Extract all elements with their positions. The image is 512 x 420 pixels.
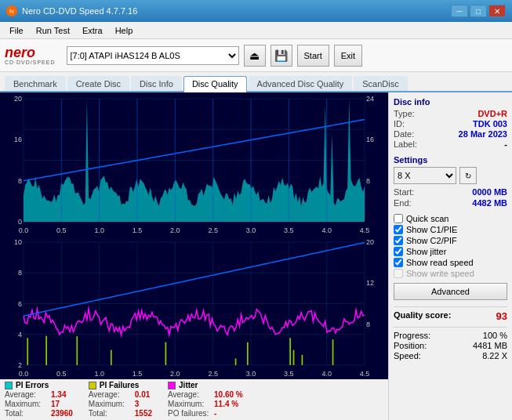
start-mb-row: Start: 0000 MB <box>394 187 507 197</box>
start-button[interactable]: Start <box>297 45 329 67</box>
menu-run-test[interactable]: Run Test <box>30 24 76 37</box>
tab-disc-info[interactable]: Disc Info <box>131 76 182 91</box>
show-write-speed-row: Show write speed <box>394 269 507 278</box>
menu-bar: File Run Test Extra Help <box>0 22 512 39</box>
quick-scan-row: Quick scan <box>394 214 507 223</box>
pi-failures-color <box>89 382 96 389</box>
speed-row: 8 X ↻ <box>394 167 507 184</box>
speed-label: Speed: <box>394 351 421 360</box>
speed-value: 8.22 X <box>482 351 507 360</box>
show-jitter-label: Show jitter <box>406 247 446 256</box>
disc-type-value: DVD+R <box>478 109 507 118</box>
disc-date-row: Date: 28 Mar 2023 <box>394 129 507 139</box>
disc-date-value: 28 Mar 2023 <box>459 129 507 139</box>
speed-selector[interactable]: 8 X <box>394 167 456 184</box>
disc-info-title: Disc info <box>394 97 507 107</box>
pi-errors-total: Total: 23960 <box>5 409 73 418</box>
jitter-legend: Jitter Average: 10.60 % Maximum: 11.4 % … <box>168 381 243 418</box>
disc-date-label: Date: <box>394 129 414 139</box>
show-write-speed-checkbox[interactable] <box>394 269 403 278</box>
start-label: Start: <box>394 187 414 197</box>
speed-row-progress: Speed: 8.22 X <box>394 351 507 360</box>
show-read-speed-label: Show read speed <box>406 258 474 267</box>
title-bar-left: N Nero CD-DVD Speed 4.7.7.16 <box>6 5 137 16</box>
pi-errors-average: Average: 1.34 <box>5 390 73 399</box>
end-label: End: <box>394 198 412 208</box>
bottom-chart-container <box>0 236 388 379</box>
show-c2-row: Show C2/PIF <box>394 236 507 245</box>
show-c1-pie-label: Show C1/PIE <box>406 225 457 234</box>
show-read-speed-row: Show read speed <box>394 258 507 267</box>
tab-scan-disc[interactable]: ScanDisc <box>354 76 407 91</box>
pi-failures-total: Total: 1552 <box>89 409 152 418</box>
menu-help[interactable]: Help <box>109 24 140 37</box>
nero-logo-sub: CD·DVD/SPEED <box>5 60 56 65</box>
jitter-po: PO failures: - <box>168 409 243 418</box>
pi-errors-maximum: Maximum: 17 <box>5 400 73 408</box>
toolbar: nero CD·DVD/SPEED [7:0] ATAPI iHAS124 B … <box>0 39 512 72</box>
minimize-button[interactable]: ─ <box>451 5 468 17</box>
advanced-button[interactable]: Advanced <box>394 283 507 300</box>
quick-scan-checkbox[interactable] <box>394 214 403 223</box>
show-c1-pie-checkbox[interactable] <box>394 225 403 234</box>
start-value: 0000 MB <box>472 187 507 197</box>
nero-logo-text: nero <box>5 45 56 60</box>
disc-type-label: Type: <box>394 109 415 118</box>
pi-failures-maximum: Maximum: 3 <box>89 400 152 408</box>
refresh-button[interactable]: ↻ <box>459 167 477 184</box>
end-value: 4482 MB <box>472 198 507 208</box>
tab-benchmark[interactable]: Benchmark <box>5 76 66 91</box>
show-c2-pif-checkbox[interactable] <box>394 236 403 245</box>
show-jitter-checkbox[interactable] <box>394 247 403 256</box>
top-chart-container <box>0 92 388 236</box>
position-label: Position: <box>394 341 427 350</box>
position-value: 4481 MB <box>473 341 507 350</box>
settings-title: Settings <box>394 155 507 165</box>
bottom-chart <box>0 236 388 379</box>
tab-disc-quality[interactable]: Disc Quality <box>183 76 247 92</box>
jitter-color <box>168 382 176 389</box>
disc-label-value: - <box>504 139 507 149</box>
show-c2-pif-label: Show C2/PIF <box>406 236 457 245</box>
pi-failures-title: PI Failures <box>89 381 152 389</box>
tab-create-disc[interactable]: Create Disc <box>67 76 129 91</box>
show-write-speed-label: Show write speed <box>406 269 474 278</box>
jitter-maximum: Maximum: 11.4 % <box>168 400 243 408</box>
legend-area: PI Errors Average: 1.34 Maximum: 17 Tota… <box>0 378 388 420</box>
disc-label-label: Label: <box>394 139 417 149</box>
drive-selector[interactable]: [7:0] ATAPI iHAS124 B AL0S <box>67 46 239 65</box>
menu-file[interactable]: File <box>3 24 30 37</box>
eject-button[interactable]: ⏏ <box>244 45 266 67</box>
charts-panel: PI Errors Average: 1.34 Maximum: 17 Tota… <box>0 92 388 420</box>
quality-value: 93 <box>496 310 507 322</box>
disc-info-section: Disc info Type: DVD+R ID: TDK 003 Date: … <box>394 97 507 149</box>
disc-id-value: TDK 003 <box>473 119 507 129</box>
maximize-button[interactable]: □ <box>470 5 487 17</box>
tab-bar: Benchmark Create Disc Disc Info Disc Qua… <box>0 72 512 92</box>
disc-label-row: Label: - <box>394 139 507 149</box>
progress-row: Progress: 100 % <box>394 331 507 340</box>
top-chart <box>0 92 388 236</box>
save-button[interactable]: 💾 <box>271 45 292 67</box>
menu-extra[interactable]: Extra <box>76 24 109 37</box>
quality-label: Quality score: <box>394 310 451 322</box>
disc-id-row: ID: TDK 003 <box>394 119 507 129</box>
quick-scan-label: Quick scan <box>406 214 448 223</box>
right-panel: Disc info Type: DVD+R ID: TDK 003 Date: … <box>388 92 512 420</box>
progress-label: Progress: <box>394 331 430 340</box>
title-controls: ─ □ ✕ <box>451 5 506 17</box>
checkboxes-section: Quick scan Show C1/PIE Show C2/PIF Show … <box>394 214 507 278</box>
end-mb-row: End: 4482 MB <box>394 198 507 208</box>
pi-errors-color <box>5 382 13 389</box>
show-c1-row: Show C1/PIE <box>394 225 507 234</box>
jitter-average: Average: 10.60 % <box>168 390 243 399</box>
close-button[interactable]: ✕ <box>488 5 506 17</box>
show-read-speed-checkbox[interactable] <box>394 258 403 267</box>
pi-errors-legend: PI Errors Average: 1.34 Maximum: 17 Tota… <box>5 381 73 418</box>
title-bar: N Nero CD-DVD Speed 4.7.7.16 ─ □ ✕ <box>0 0 512 22</box>
progress-section: Progress: 100 % Position: 4481 MB Speed:… <box>394 327 507 360</box>
exit-button[interactable]: Exit <box>334 45 362 67</box>
disc-type-row: Type: DVD+R <box>394 109 507 118</box>
tab-advanced-disc-quality[interactable]: Advanced Disc Quality <box>249 76 353 91</box>
pi-failures-average: Average: 0.01 <box>89 390 152 399</box>
